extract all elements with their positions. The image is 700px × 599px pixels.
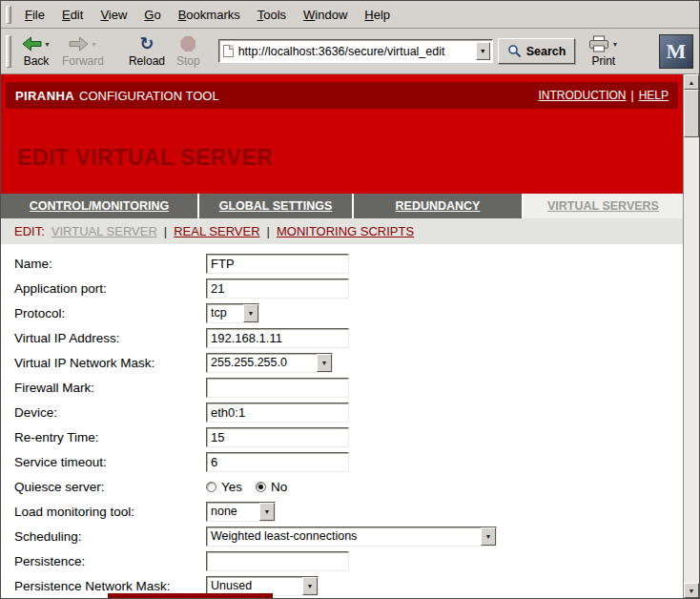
menubar-grip-handle[interactable] [6,6,11,24]
form-row: Name: [1,251,683,276]
quiesce-radio-group: Yes No [206,480,287,494]
select-value: none [207,503,259,521]
select-value: 255.255.255.0 [207,354,317,372]
back-button[interactable]: ▼ Back [16,32,56,70]
back-icon [22,36,42,52]
quiesce-no-radio[interactable] [256,482,266,492]
vertical-scrollbar[interactable]: ▲ ▼ [683,74,699,598]
form-row: Re-entry Time: [1,424,683,449]
scheduling-select[interactable]: Weighted least-connections ▼ [206,527,497,547]
form-row: Quiesce server: Yes No [1,474,683,499]
page-banner: EDIT VIRTUAL SERVER [1,109,683,194]
field-label: Name: [14,257,206,271]
brand-subtitle: CONFIGURATION TOOL [79,89,219,103]
search-button[interactable]: Search [498,38,576,64]
menu-bookmarks[interactable]: Bookmarks [170,2,249,28]
tab-global-settings[interactable]: GLOBAL SETTINGS [199,194,352,218]
form-row: Application port: [1,276,683,300]
protocol-select[interactable]: tcp ▼ [206,303,259,323]
menu-view[interactable]: View [92,2,135,28]
radio-label: Yes [221,480,242,494]
menu-window[interactable]: Window [295,2,356,28]
page-title: EDIT VIRTUAL SERVER [17,145,273,171]
service-timeout-input[interactable] [206,452,349,472]
device-input[interactable] [206,403,349,423]
scrollbar-thumb[interactable] [684,90,699,137]
scroll-down-icon[interactable]: ▼ [684,583,699,598]
tab-virtual-servers[interactable]: VIRTUAL SERVERS [524,194,683,218]
search-icon [507,44,522,58]
form-row: Firewall Mark: [1,375,683,400]
field-label: Scheduling: [14,529,206,544]
toolbar-grip-handle[interactable] [6,35,11,68]
chevron-down-icon[interactable]: ▼ [317,354,332,372]
quiesce-no-option[interactable]: No [256,480,287,494]
subnav-separator: | [164,224,167,238]
scrollbar-track[interactable] [684,137,699,583]
menu-go[interactable]: Go [135,2,169,28]
real-server-link[interactable]: REAL SERVER [174,224,259,238]
application-port-input[interactable] [206,279,349,299]
menu-edit[interactable]: Edit [53,2,92,28]
header-link-separator: | [631,89,634,102]
chevron-down-icon[interactable]: ▼ [481,527,496,546]
field-label: Service timeout: [14,455,206,469]
cutoff-divider [108,593,273,598]
tab-label: VIRTUAL SERVERS [547,199,659,213]
url-bar: ▼ [218,39,493,63]
navigation-toolbar: ▼ Back ▼ Forward ↻ Reload Stop ▼ Sear [1,29,699,74]
forward-dropdown-icon: ▼ [91,41,97,48]
search-label: Search [526,45,566,58]
form-row: Persistence Network Mask: Unused ▼ [1,573,683,598]
form-row: Scheduling: Weighted least-connections ▼ [1,524,683,548]
field-label: Firewall Mark: [14,381,206,395]
radio-label: No [271,480,287,494]
quiesce-yes-option[interactable]: Yes [206,480,242,494]
name-input[interactable] [206,254,349,274]
scroll-up-icon[interactable]: ▲ [684,74,699,90]
chevron-down-icon[interactable]: ▼ [302,577,318,595]
form-row: Persistence: [1,548,683,573]
form-row: Load monitoring tool: none ▼ [1,499,683,524]
menu-file[interactable]: File [16,2,53,28]
select-value: Weighted least-connections [207,527,481,546]
reentry-time-input[interactable] [206,427,349,447]
tab-redundancy[interactable]: REDUNDANCY [354,194,522,218]
virtual-ip-address-input[interactable] [206,328,349,348]
chevron-down-icon[interactable]: ▼ [259,503,275,521]
menu-help[interactable]: Help [356,2,399,28]
virtual-ip-netmask-select[interactable]: 255.255.255.0 ▼ [206,353,333,373]
forward-label: Forward [62,54,104,68]
stop-label: Stop [176,54,200,68]
monitoring-scripts-link[interactable]: MONITORING SCRIPTS [277,224,414,238]
firewall-mark-input[interactable] [206,378,349,398]
tab-control-monitoring[interactable]: CONTROL/MONITORING [1,194,197,218]
print-button[interactable]: ▼ Print [583,32,624,70]
field-label: Re-entry Time: [14,430,206,444]
reload-icon: ↻ [139,35,154,52]
piranha-header: PIRANHA CONFIGURATION TOOL INTRODUCTION … [6,82,678,109]
print-dropdown-icon[interactable]: ▼ [611,41,618,48]
reload-label: Reload [129,54,165,68]
url-input[interactable] [234,45,476,58]
introduction-link[interactable]: INTRODUCTION [539,89,627,102]
menu-tools[interactable]: Tools [249,2,295,28]
print-icon [588,35,609,52]
mozilla-logo-icon[interactable]: M [659,34,693,69]
field-label: Load monitoring tool: [14,505,206,519]
tab-label: REDUNDANCY [396,199,481,213]
url-dropdown-icon[interactable]: ▼ [476,42,490,60]
reload-button[interactable]: ↻ Reload [123,32,171,70]
menu-bar: File Edit View Go Bookmarks Tools Window… [1,1,699,29]
forward-button: ▼ Forward [56,32,110,70]
back-dropdown-icon[interactable]: ▼ [44,41,51,48]
persistence-input[interactable] [206,551,349,571]
load-monitoring-select[interactable]: none ▼ [206,502,276,522]
select-value: Unused [207,577,302,595]
help-link[interactable]: HELP [639,89,669,102]
edit-subnav: EDIT: VIRTUAL SERVER | REAL SERVER | MON… [1,218,683,244]
browser-window: File Edit View Go Bookmarks Tools Window… [0,0,700,599]
quiesce-yes-radio[interactable] [206,482,216,492]
page-icon [223,45,234,57]
chevron-down-icon[interactable]: ▼ [243,304,258,322]
